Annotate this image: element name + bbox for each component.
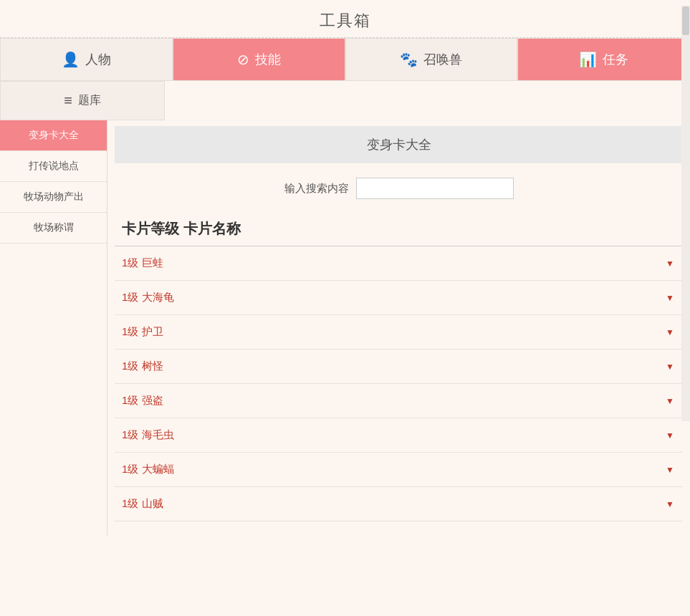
content-header-text: 变身卡大全	[367, 138, 431, 152]
list-item[interactable]: 1级 大海龟 ▼	[115, 281, 683, 315]
chevron-down-icon: ▼	[666, 327, 674, 337]
search-row: 输入搜索内容	[115, 178, 683, 199]
tab-mission-label: 任务	[603, 51, 628, 68]
tab-question[interactable]: ≡ 题库	[0, 81, 165, 120]
tab-mission[interactable]: 📊 任务	[517, 38, 690, 81]
list-item[interactable]: 1级 山贼 ▼	[115, 487, 683, 521]
sidebar-item-ranch-titles[interactable]: 牧场称谓	[0, 213, 107, 244]
mission-icon: 📊	[579, 51, 597, 68]
content-header: 变身卡大全	[115, 126, 683, 163]
tab-summon-label: 召唤兽	[423, 51, 462, 68]
list-item-text: 1级 海毛虫	[122, 428, 174, 442]
list-item[interactable]: 1级 海毛虫 ▼	[115, 418, 683, 453]
nav-tabs-row2: ≡ 题库	[0, 81, 690, 120]
main-layout: 变身卡大全 打传说地点 牧场动物产出 牧场称谓 变身卡大全 输入搜索内容 卡片等…	[0, 120, 690, 536]
list-item-text: 1级 树怪	[122, 360, 163, 373]
nav-tabs-row1: 👤 人物 ⊘ 技能 🐾 召唤兽 📊 任务	[0, 38, 690, 81]
list-item-text: 1级 山贼	[122, 497, 163, 511]
table-header: 卡片等级 卡片名称	[115, 213, 683, 246]
tab-question-label: 题库	[78, 93, 101, 108]
summon-icon: 🐾	[400, 51, 418, 68]
sidebar-item-transform-cards-label: 变身卡大全	[29, 129, 79, 140]
tab-summon[interactable]: 🐾 召唤兽	[345, 38, 518, 81]
sidebar-item-legend-places[interactable]: 打传说地点	[0, 151, 107, 182]
search-input[interactable]	[356, 178, 514, 199]
tab-character[interactable]: 👤 人物	[0, 38, 173, 81]
content-area: 变身卡大全 输入搜索内容 卡片等级 卡片名称 1级 巨蛙 ▼ 1级 大海龟 ▼ …	[107, 120, 690, 536]
header-divider	[0, 37, 690, 38]
search-label: 输入搜索内容	[284, 182, 349, 196]
person-icon: 👤	[62, 51, 80, 68]
list-item[interactable]: 1级 强盗 ▼	[115, 384, 683, 418]
chevron-down-icon: ▼	[666, 293, 674, 303]
sidebar-item-ranch-products[interactable]: 牧场动物产出	[0, 182, 107, 213]
sidebar-item-ranch-titles-label: 牧场称谓	[34, 221, 74, 233]
sidebar-item-legend-places-label: 打传说地点	[29, 160, 79, 171]
scrollbar-track[interactable]	[681, 6, 690, 421]
list-item-text: 1级 强盗	[122, 394, 163, 408]
list-item[interactable]: 1级 大蝙蝠 ▼	[115, 453, 683, 487]
sidebar-item-transform-cards[interactable]: 变身卡大全	[0, 120, 107, 151]
tab-skill-label: 技能	[255, 51, 281, 68]
tab-character-label: 人物	[85, 51, 111, 68]
chevron-down-icon: ▼	[666, 499, 674, 509]
chevron-down-icon: ▼	[666, 465, 674, 475]
table-header-text: 卡片等级 卡片名称	[122, 221, 241, 236]
question-icon: ≡	[64, 92, 72, 109]
chevron-down-icon: ▼	[666, 362, 674, 372]
list-item[interactable]: 1级 树怪 ▼	[115, 350, 683, 384]
card-list: 1级 巨蛙 ▼ 1级 大海龟 ▼ 1级 护卫 ▼ 1级 树怪 ▼ 1级 强盗 ▼…	[115, 246, 683, 521]
list-item-text: 1级 巨蛙	[122, 256, 163, 270]
chevron-down-icon: ▼	[666, 430, 674, 441]
header-title-text: 工具箱	[320, 11, 371, 29]
chevron-down-icon: ▼	[666, 259, 674, 269]
list-item-text: 1级 护卫	[122, 325, 163, 339]
chevron-down-icon: ▼	[666, 396, 674, 406]
sidebar: 变身卡大全 打传说地点 牧场动物产出 牧场称谓	[0, 120, 107, 536]
list-item[interactable]: 1级 巨蛙 ▼	[115, 246, 683, 281]
tab-skill[interactable]: ⊘ 技能	[173, 38, 345, 81]
list-item-text: 1级 大海龟	[122, 291, 174, 304]
list-item-text: 1级 大蝙蝠	[122, 463, 174, 476]
page-title: 工具箱	[0, 0, 690, 37]
list-item[interactable]: 1级 护卫 ▼	[115, 315, 683, 350]
sidebar-item-ranch-products-label: 牧场动物产出	[24, 191, 84, 202]
skill-icon: ⊘	[237, 51, 249, 68]
scrollbar-thumb[interactable]	[682, 6, 689, 35]
